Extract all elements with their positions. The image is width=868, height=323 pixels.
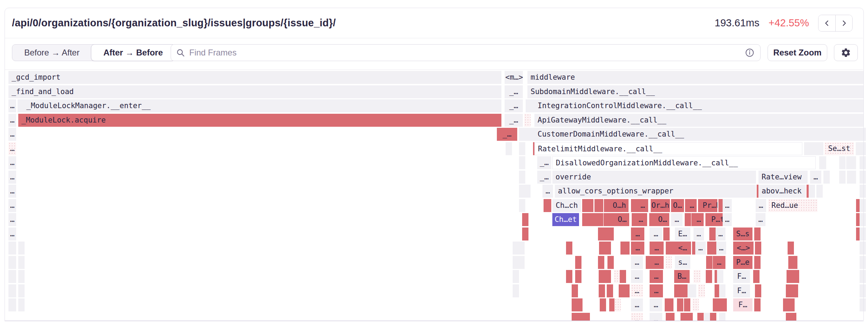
flame-frame[interactable] [566, 270, 572, 283]
flame-frame[interactable]: … [8, 213, 16, 226]
flame-frame[interactable] [706, 270, 712, 283]
flame-frame[interactable]: <m…> [505, 71, 523, 84]
flame-frame[interactable] [860, 256, 866, 269]
flame-frame[interactable]: Se…st [824, 142, 854, 155]
flame-frame[interactable]: … [723, 213, 732, 226]
flame-frame[interactable] [524, 185, 531, 198]
flame-frame[interactable]: DisallowedOrganizationMiddleware.__call_… [552, 156, 816, 169]
flame-frame[interactable] [697, 313, 704, 321]
flame-frame[interactable] [623, 284, 630, 297]
flame-frame[interactable] [860, 171, 866, 184]
flame-frame[interactable] [847, 171, 856, 184]
flame-frame[interactable]: abov…heck [758, 185, 806, 198]
flame-frame[interactable] [860, 128, 866, 141]
flame-frame[interactable] [754, 228, 761, 240]
flame-frame[interactable]: Ch…ch [552, 199, 581, 212]
flame-frame[interactable]: _… [505, 114, 523, 127]
flame-frame[interactable] [519, 156, 525, 169]
flame-frame[interactable] [860, 298, 866, 311]
flame-frame[interactable] [522, 213, 528, 226]
flame-frame[interactable]: … [631, 284, 643, 297]
flame-frame[interactable] [623, 242, 630, 255]
flame-frame[interactable] [607, 228, 614, 240]
flame-frame[interactable] [8, 242, 16, 255]
flame-frame[interactable] [839, 156, 846, 169]
flame-frame[interactable] [587, 199, 593, 212]
flame-frame[interactable] [677, 298, 683, 311]
toggle-before-after[interactable]: Before → After [12, 45, 91, 61]
flame-frame[interactable]: Or…h [651, 199, 670, 212]
flame-frame[interactable] [860, 228, 866, 240]
flame-frame[interactable]: … [756, 199, 766, 212]
flame-frame[interactable]: … [631, 242, 644, 255]
flame-frame[interactable] [620, 270, 626, 283]
flame-frame[interactable] [572, 313, 578, 321]
flame-frame[interactable] [663, 228, 670, 240]
flame-frame[interactable]: _ModuleLockManager.__enter__ [23, 99, 501, 112]
flame-frame[interactable]: … [8, 114, 16, 127]
flame-frame[interactable] [793, 270, 799, 283]
flame-frame[interactable] [8, 298, 16, 311]
flame-frame[interactable]: middleware [527, 71, 864, 84]
next-button[interactable] [835, 15, 852, 31]
flame-frame[interactable] [710, 313, 716, 321]
flame-frame[interactable]: … [650, 256, 664, 269]
flame-frame[interactable] [698, 284, 705, 297]
flame-frame[interactable]: _find_and_load [8, 85, 501, 98]
flame-frame[interactable] [753, 270, 760, 283]
flame-frame[interactable] [860, 242, 866, 255]
flame-frame[interactable] [575, 256, 581, 269]
flame-frame[interactable] [614, 270, 620, 283]
flame-frame[interactable] [816, 185, 823, 198]
flame-frame[interactable]: ApiGatewayMiddleware.__call__ [534, 114, 864, 127]
flame-frame[interactable]: … [650, 228, 662, 240]
flame-frame[interactable] [685, 213, 691, 226]
flame-frame[interactable] [860, 185, 866, 198]
flame-frame[interactable]: Ch…et [552, 213, 579, 226]
flame-frame[interactable]: override [552, 171, 756, 184]
flame-frame[interactable] [528, 128, 534, 141]
flame-frame[interactable] [684, 298, 690, 311]
flame-frame[interactable] [614, 298, 621, 311]
flame-frame[interactable] [704, 313, 710, 321]
flame-frame[interactable]: B… [674, 270, 690, 283]
flame-frame[interactable]: … [650, 270, 663, 283]
flame-frame[interactable] [572, 284, 578, 297]
flame-frame[interactable]: IntegrationControlMiddleware.__call__ [534, 99, 864, 112]
flame-frame[interactable] [605, 242, 611, 255]
info-icon[interactable] [745, 48, 755, 58]
flame-frame[interactable]: _gcd_import [8, 71, 501, 84]
settings-button[interactable] [834, 44, 858, 61]
flamegraph[interactable]: _gcd_import<m…>middleware_find_and_load_… [0, 70, 868, 321]
flame-frame[interactable]: _… [505, 99, 523, 112]
flame-frame[interactable] [668, 242, 675, 255]
flame-frame[interactable]: … [8, 185, 16, 198]
flame-frame[interactable] [786, 284, 792, 297]
flame-frame[interactable] [607, 284, 613, 297]
flame-frame[interactable]: … [631, 313, 643, 321]
flame-frame[interactable] [584, 313, 590, 321]
flame-frame[interactable] [860, 142, 866, 155]
flame-frame[interactable]: … [650, 284, 663, 297]
flame-frame[interactable]: … [631, 270, 643, 283]
flame-frame[interactable]: O… [656, 213, 669, 226]
flame-frame[interactable]: … [716, 228, 725, 240]
flame-frame[interactable] [717, 270, 723, 283]
flame-frame[interactable]: … [716, 242, 726, 255]
flame-frame[interactable]: … [631, 256, 643, 269]
flame-frame[interactable]: … [650, 242, 664, 255]
flame-frame[interactable] [860, 199, 866, 212]
flame-frame[interactable]: _… [505, 85, 523, 98]
search-input[interactable] [189, 47, 745, 58]
flame-frame[interactable]: … [695, 242, 706, 255]
flame-frame[interactable] [18, 298, 25, 311]
flame-frame[interactable] [755, 284, 761, 297]
flame-frame[interactable] [860, 270, 866, 283]
flame-frame[interactable]: … [631, 298, 643, 311]
flame-frame[interactable]: Rate…view [758, 171, 808, 184]
flame-frame[interactable]: _… [497, 128, 517, 141]
flame-frame[interactable] [519, 171, 525, 184]
flame-frame[interactable] [524, 114, 531, 127]
flame-frame[interactable] [506, 142, 512, 155]
flame-frame[interactable] [790, 313, 796, 321]
